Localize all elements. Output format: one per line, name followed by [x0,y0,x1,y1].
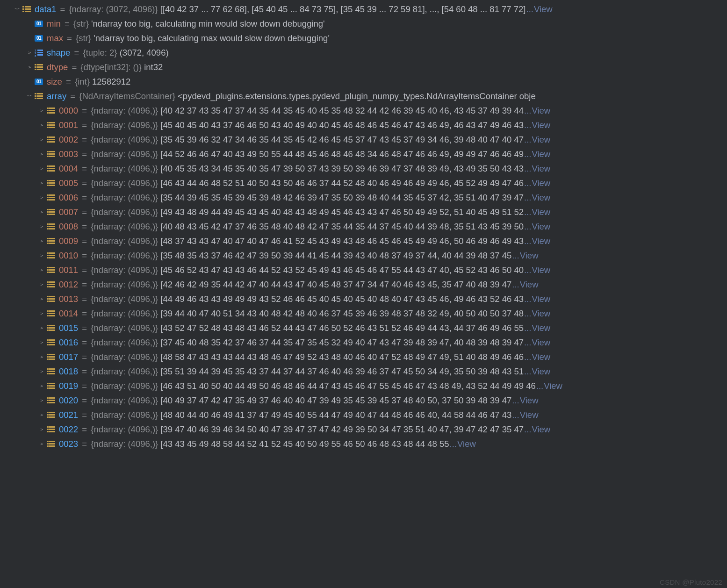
variable-row[interactable]: ＞0020 = {ndarray: (4096,)} [40 49 37 47 … [0,393,727,408]
variable-row[interactable]: ＞0010 = {ndarray: (4096,)} [35 48 35 43 … [0,248,727,263]
view-as-link[interactable]: View [532,294,550,304]
expand-arrow-icon[interactable]: ＞ [36,107,47,114]
scalar-icon: 01 [35,21,43,27]
variable-row[interactable]: ＞0022 = {ndarray: (4096,)} [39 47 40 46 … [0,422,727,437]
view-as-link[interactable]: View [520,280,539,289]
variable-row[interactable]: ＞0008 = {ndarray: (4096,)} [40 48 43 45 … [0,219,727,234]
variable-value: [46 43 44 46 48 52 51 40 50 43 50 46 46 … [160,178,524,188]
view-as-link[interactable]: View [520,410,539,420]
view-as-link[interactable]: View [532,178,550,188]
expand-arrow-icon[interactable]: ＞ [24,49,35,56]
expand-arrow-icon[interactable]: ＞ [36,151,47,158]
variable-row[interactable]: ＞0015 = {ndarray: (4096,)} [43 52 47 52 … [0,321,727,335]
view-as-link[interactable]: View [532,323,550,333]
variable-row[interactable]: ＞0003 = {ndarray: (4096,)} [44 52 46 46 … [0,147,727,161]
expand-arrow-icon[interactable]: ＞ [36,397,47,404]
variable-row[interactable]: ＞dtype = {dtype[int32]: ()} int32 [0,60,727,74]
variable-row[interactable]: ＞0016 = {ndarray: (4096,)} [37 45 40 48 … [0,335,727,350]
view-as-link[interactable]: View [532,135,550,144]
collapse-arrow-icon[interactable]: ﹀ [23,93,36,100]
variable-row[interactable]: ＞0021 = {ndarray: (4096,)} [48 40 44 40 … [0,408,727,422]
variable-row[interactable]: ＞0006 = {ndarray: (4096,)} [35 44 39 45 … [0,190,727,205]
expand-arrow-icon[interactable]: ＞ [36,281,47,288]
svg-rect-124 [47,344,49,345]
expand-arrow-icon[interactable]: ＞ [36,353,47,360]
view-as-link[interactable]: View [532,193,550,202]
view-as-link[interactable]: View [532,164,550,173]
expand-arrow-icon[interactable]: ＞ [36,122,47,129]
view-as-link[interactable]: View [532,352,550,362]
view-as-link[interactable]: View [532,265,550,275]
variable-row[interactable]: ＞0009 = {ndarray: (4096,)} [48 37 43 43 … [0,234,727,248]
variable-row[interactable]: ＞0013 = {ndarray: (4096,)} [44 49 46 43 … [0,292,727,306]
variable-row[interactable]: ＞0017 = {ndarray: (4096,)} [48 58 47 43 … [0,350,727,364]
variable-row[interactable]: ﹀array = {NdArrayItemsContainer} <pydevd… [0,89,727,103]
expand-arrow-icon[interactable]: ＞ [36,339,47,346]
variable-row[interactable]: ＞0004 = {ndarray: (4096,)} [40 45 35 43 … [0,161,727,176]
expand-arrow-icon[interactable]: ＞ [24,64,35,71]
view-as-link[interactable]: View [520,251,539,260]
variable-row[interactable]: ＞0002 = {ndarray: (4096,)} [35 45 39 46 … [0,132,727,147]
variable-value: [45 46 52 43 47 43 43 46 44 52 43 52 45 … [160,265,524,275]
svg-rect-141 [49,385,55,387]
expand-arrow-icon[interactable]: ＞ [36,310,47,317]
svg-rect-28 [47,112,49,114]
view-as-link[interactable]: View [532,308,550,318]
variable-row[interactable]: ＞0000 = {ndarray: (4096,)} [40 42 37 43 … [0,103,727,118]
variable-row[interactable]: >01max = {str} 'ndarray too big, calcula… [0,31,727,45]
array-icon [47,280,55,289]
variable-value: [35 45 39 46 32 47 34 46 35 44 35 45 42 … [160,135,524,144]
view-as-link[interactable]: View [532,366,550,376]
view-as-link[interactable]: View [520,395,539,405]
expand-arrow-icon[interactable]: ＞ [36,382,47,389]
variable-type: {ndarray: (4096,)} [91,366,160,376]
expand-arrow-icon[interactable]: ＞ [36,165,47,172]
expand-arrow-icon[interactable]: ＞ [36,411,47,418]
expand-arrow-icon[interactable]: ＞ [36,440,47,447]
variable-row[interactable]: ＞123shape = {tuple: 2} (3072, 4096) [0,45,727,60]
expand-arrow-icon[interactable]: ＞ [36,237,47,244]
expand-arrow-icon[interactable]: ＞ [36,136,47,143]
variable-row[interactable]: ＞0019 = {ndarray: (4096,)} [46 43 51 40 … [0,379,727,393]
expand-arrow-icon[interactable]: ＞ [36,252,47,259]
expand-arrow-icon[interactable]: ＞ [36,208,47,215]
variable-type: {ndarray: (3072, 4096)} [69,4,160,14]
expand-arrow-icon[interactable]: ＞ [36,194,47,201]
svg-rect-91 [49,267,55,268]
view-as-link[interactable]: View [532,120,550,130]
view-as-link[interactable]: View [544,381,562,391]
view-as-link[interactable]: View [532,424,550,434]
view-as-link[interactable]: View [457,439,476,449]
svg-rect-123 [49,342,55,343]
variable-row[interactable]: >01min = {str} 'ndarray too big, calcula… [0,16,727,31]
expand-arrow-icon[interactable]: ＞ [36,179,47,186]
collapse-arrow-icon[interactable]: ﹀ [11,6,23,13]
variable-row[interactable]: ＞0018 = {ndarray: (4096,)} [35 51 39 44 … [0,364,727,379]
view-as-link[interactable]: View [532,222,550,231]
variable-row[interactable]: >01size = {int} 12582912 [0,74,727,89]
expand-arrow-icon[interactable]: ＞ [36,266,47,273]
variable-row[interactable]: ﹀data1 = {ndarray: (3072, 4096)} [[40 42… [0,2,727,16]
svg-rect-29 [49,112,55,114]
expand-arrow-icon[interactable]: ＞ [36,368,47,375]
variable-content: 0021 = {ndarray: (4096,)} [48 40 44 40 4… [59,410,727,420]
variable-row[interactable]: ＞0011 = {ndarray: (4096,)} [45 46 52 43 … [0,263,727,277]
expand-arrow-icon[interactable]: ＞ [36,324,47,331]
variable-row[interactable]: ＞0014 = {ndarray: (4096,)} [39 44 40 47 … [0,306,727,321]
variable-row[interactable]: ＞0007 = {ndarray: (4096,)} [49 43 48 49 … [0,205,727,219]
view-as-link[interactable]: View [532,337,550,347]
variable-row[interactable]: ＞0023 = {ndarray: (4096,)} [43 43 45 49 … [0,437,727,451]
expand-arrow-icon[interactable]: ＞ [36,223,47,230]
array-icon [47,353,55,361]
svg-rect-38 [47,139,49,140]
view-as-link[interactable]: View [532,106,550,115]
view-as-link[interactable]: View [532,149,550,159]
variable-row[interactable]: ＞0012 = {ndarray: (4096,)} [42 46 42 49 … [0,277,727,292]
view-as-link[interactable]: View [532,207,550,217]
variable-row[interactable]: ＞0005 = {ndarray: (4096,)} [46 43 44 46 … [0,176,727,190]
view-as-link[interactable]: View [534,4,553,14]
expand-arrow-icon[interactable]: ＞ [36,426,47,433]
view-as-link[interactable]: View [532,236,550,246]
variable-row[interactable]: ＞0001 = {ndarray: (4096,)} [45 40 45 40 … [0,118,727,132]
expand-arrow-icon[interactable]: ＞ [36,295,47,302]
